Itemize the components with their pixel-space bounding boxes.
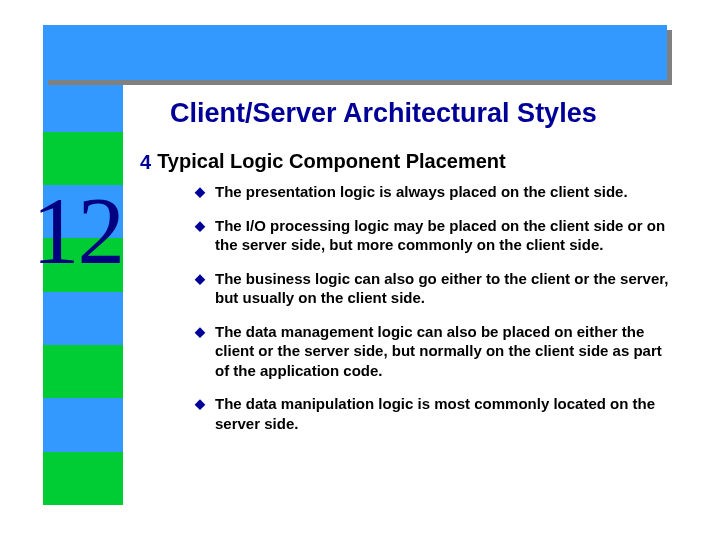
diamond-icon: ◆	[195, 218, 205, 235]
bar-segment	[43, 452, 123, 505]
list-item: ◆ The presentation logic is always place…	[195, 182, 680, 202]
slide-number: 12	[32, 184, 123, 279]
diamond-icon: ◆	[195, 271, 205, 288]
diamond-icon: ◆	[195, 396, 205, 413]
bar-segment	[43, 345, 123, 398]
list-item-text: The presentation logic is always placed …	[215, 182, 680, 202]
list-item: ◆ The I/O processing logic may be placed…	[195, 216, 680, 255]
list-item-text: The data manipulation logic is most comm…	[215, 394, 680, 433]
bullet-list: ◆ The presentation logic is always place…	[195, 182, 680, 433]
bar-segment	[43, 292, 123, 345]
top-band	[43, 25, 667, 80]
slide-title: Client/Server Architectural Styles	[170, 98, 690, 129]
list-item: ◆ The business logic can also go either …	[195, 269, 680, 308]
bullet-icon: 4	[140, 151, 151, 174]
slide: 12 Client/Server Architectural Styles 4 …	[0, 0, 720, 540]
section-heading-text: Typical Logic Component Placement	[157, 150, 506, 173]
bar-segment	[43, 78, 123, 131]
section-heading: 4 Typical Logic Component Placement	[140, 150, 680, 174]
list-item: ◆ The data management logic can also be …	[195, 322, 680, 381]
list-item: ◆ The data manipulation logic is most co…	[195, 394, 680, 433]
content-area: 4 Typical Logic Component Placement ◆ Th…	[140, 150, 680, 447]
bar-segment	[43, 132, 123, 185]
list-item-text: The I/O processing logic may be placed o…	[215, 216, 680, 255]
list-item-text: The business logic can also go either to…	[215, 269, 680, 308]
bar-segment	[43, 398, 123, 451]
diamond-icon: ◆	[195, 184, 205, 201]
list-item-text: The data management logic can also be pl…	[215, 322, 680, 381]
diamond-icon: ◆	[195, 324, 205, 341]
